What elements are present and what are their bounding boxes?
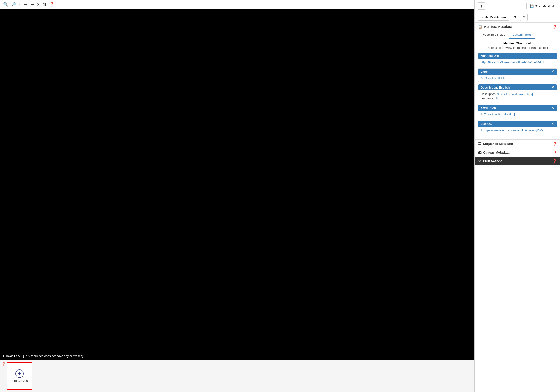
thumbnails-area: ❓ + Add Canvas: [0, 360, 474, 392]
metadata-tabs: Predefined Fields Custom Fields: [475, 31, 560, 39]
license-value: https://creativecommons.org/licenses/by/…: [484, 129, 543, 132]
chevron-right-icon: ❯: [480, 4, 483, 8]
manifest-metadata-icon: 📋: [478, 25, 482, 29]
add-canvas-label: Add Canvas: [11, 379, 28, 382]
thumbnail-text: There is no preview thumbnail for this m…: [478, 46, 557, 50]
sequence-metadata-section[interactable]: ☰ Sequence Metadata ❓: [475, 140, 560, 148]
save-manifest-label: Save Manifest: [535, 4, 554, 8]
edit-description-text: [Click to edit description]: [500, 92, 533, 96]
bulk-actions-icon: ⚙: [478, 159, 481, 163]
field-license-header: License ✕: [478, 121, 557, 127]
edit-lic-icon: ✎: [481, 129, 483, 132]
field-attribution-close-button[interactable]: ✕: [551, 106, 554, 110]
right-panel-header: ❯ 💾 Save Manifest: [475, 0, 560, 12]
edit-label-text: [Click to edit label]: [484, 76, 508, 80]
zoom-out-icon[interactable]: 🔎: [11, 2, 16, 7]
field-license-body: ✎ https://creativecommons.org/licenses/b…: [478, 127, 557, 134]
save-icon: 💾: [530, 4, 534, 8]
left-panel: 🔍 🔎 ⌂ ↩ ↪ ✕ ◑ ❓ Canvas Label: [This sequ…: [0, 0, 475, 392]
help-button[interactable]: ?: [520, 14, 528, 21]
field-manifest-uri: Manifest URI http://62fc2c3b-3bae-46a2-8…: [478, 53, 557, 66]
help-icon[interactable]: ❓: [49, 2, 54, 7]
field-label-header: Label ✕: [478, 69, 557, 75]
field-description-header: Description: English ✕: [478, 84, 557, 90]
manifest-actions-label: ▼ Manifest Actions: [481, 16, 506, 19]
right-panel: ❯ 💾 Save Manifest ▼ Manifest Actions ⚙ ?…: [475, 0, 560, 392]
field-license: License ✕ ✎ https://creativecommons.org/…: [478, 121, 557, 134]
toolbar: 🔍 🔎 ⌂ ↩ ↪ ✕ ◑ ❓: [0, 0, 474, 9]
add-canvas-button[interactable]: + Add Canvas: [7, 362, 32, 390]
field-label-title: Label: [481, 70, 489, 73]
sequence-metadata-icon: ☰: [478, 142, 481, 146]
redo-icon[interactable]: ↪: [30, 2, 34, 7]
field-label-close-button[interactable]: ✕: [551, 70, 554, 73]
field-attribution: Attribution ✕ ✎ [Click to edit attributi…: [478, 105, 557, 118]
language-value: en: [499, 96, 502, 100]
field-description: Description: English ✕ Description: ✎ [C…: [478, 84, 557, 102]
edit-description-link[interactable]: ✎ [Click to edit description]: [497, 92, 533, 96]
field-license-title: License: [481, 122, 492, 126]
bulk-actions-help-icon[interactable]: ❓: [553, 159, 557, 163]
thumbnail-title: Manifest Thumbnail: [478, 42, 557, 45]
edit-icon: ✎: [481, 77, 483, 80]
metadata-fields-content: Manifest Thumbnail There is no preview t…: [475, 39, 560, 139]
home-icon[interactable]: ⌂: [19, 2, 21, 7]
manifest-metadata-help-icon[interactable]: ❓: [553, 25, 557, 29]
field-description-close-button[interactable]: ✕: [551, 86, 554, 89]
gear-icon: ⚙: [513, 15, 516, 19]
field-description-title: Description: English: [481, 86, 510, 89]
edit-label-link[interactable]: ✎ [Click to edit label]: [481, 76, 554, 80]
manifest-metadata-section: 📋 Manifest Metadata ❓ Predefined Fields …: [475, 22, 560, 140]
zoom-in-icon[interactable]: 🔍: [3, 2, 8, 7]
canvas-viewer: Canvas Label: [This sequence does not ha…: [0, 9, 474, 360]
field-language-line: Language: ✎ en: [481, 96, 554, 100]
canvas-metadata-help-icon[interactable]: ❓: [553, 151, 557, 154]
settings-button[interactable]: ⚙: [511, 14, 518, 21]
field-label-body: ✎ [Click to edit label]: [478, 75, 557, 82]
edit-attribution-text: [Click to edit attribution]: [484, 113, 515, 116]
canvas-label: Canvas Label: [This sequence does not ha…: [0, 352, 474, 360]
manifest-metadata-title: Manifest Metadata: [484, 25, 512, 29]
edit-attr-icon: ✎: [481, 113, 483, 116]
right-toolbar: ▼ Manifest Actions ⚙ ?: [475, 12, 560, 22]
sequence-metadata-title: Sequence Metadata: [483, 142, 513, 146]
thumbnail-section: Manifest Thumbnail There is no preview t…: [478, 42, 557, 50]
manifest-metadata-header[interactable]: 📋 Manifest Metadata ❓: [475, 22, 560, 31]
sequence-metadata-help-icon[interactable]: ❓: [553, 142, 557, 146]
field-attribution-title: Attribution: [481, 106, 496, 110]
tab-custom-fields[interactable]: Custom Fields: [509, 31, 535, 39]
field-description-body: Description: ✎ [Click to edit descriptio…: [478, 90, 557, 102]
edit-desc-icon: ✎: [497, 92, 500, 96]
field-description-line: Description: ✎ [Click to edit descriptio…: [481, 92, 554, 96]
field-label: Label ✕ ✎ [Click to edit label]: [478, 68, 557, 82]
field-license-close-button[interactable]: ✕: [551, 122, 554, 126]
field-attribution-body: ✎ [Click to edit attribution]: [478, 111, 557, 118]
bulk-actions-title: Bulk Actions: [483, 159, 502, 163]
tab-predefined-fields[interactable]: Predefined Fields: [478, 31, 509, 39]
manifest-uri-link[interactable]: http://62fc2c3b-3bae-46a2-880a-b68a43e24…: [481, 60, 544, 64]
fullscreen-icon[interactable]: ✕: [37, 2, 40, 7]
canvas-metadata-title: Canvas Metadata: [483, 151, 509, 154]
canvas-metadata-icon: 🖼: [478, 151, 481, 154]
thumbnails-help-icon: ❓: [2, 362, 6, 366]
field-attribution-header: Attribution ✕: [478, 105, 557, 111]
bulk-actions-section[interactable]: ⚙ Bulk Actions ❓: [475, 157, 560, 165]
edit-attribution-link[interactable]: ✎ [Click to edit attribution]: [481, 113, 554, 116]
undo-icon[interactable]: ↩: [24, 2, 28, 7]
field-uri-body: http://62fc2c3b-3bae-46a2-880a-b68a43e24…: [478, 59, 557, 66]
right-content: 📋 Manifest Metadata ❓ Predefined Fields …: [475, 22, 560, 392]
save-manifest-button[interactable]: 💾 Save Manifest: [526, 3, 557, 10]
edit-language-link[interactable]: ✎ en: [496, 96, 502, 100]
edit-lang-icon: ✎: [496, 97, 498, 100]
contrast-icon[interactable]: ◑: [43, 2, 47, 7]
canvas-metadata-section[interactable]: 🖼 Canvas Metadata ❓: [475, 148, 560, 157]
field-uri-header: Manifest URI: [478, 53, 557, 59]
manifest-actions-button[interactable]: ▼ Manifest Actions: [478, 14, 509, 21]
question-icon: ?: [523, 15, 525, 19]
edit-license-link[interactable]: ✎ https://creativecommons.org/licenses/b…: [481, 129, 554, 132]
add-canvas-plus-icon: +: [15, 370, 24, 378]
expand-panel-button[interactable]: ❯: [478, 2, 485, 10]
